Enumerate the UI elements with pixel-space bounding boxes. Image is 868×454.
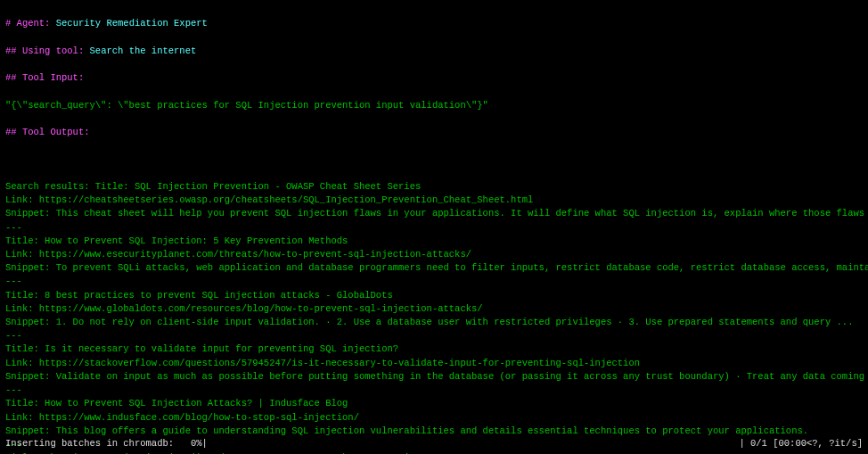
result-snippet: Snippet: This cheat sheet will help you … [5, 207, 863, 220]
result-title: Search results: Title: SQL Injection Pre… [5, 180, 863, 194]
agent-value: Security Remediation Expert [56, 18, 208, 29]
result-snippet: Snippet: To prevent SQLi attacks, web ap… [5, 261, 863, 275]
tool-input-value: "{\"search_query\": \"best practices for… [5, 99, 863, 112]
progress-left: Inserting batches in chromadb: 0%| [5, 437, 208, 450]
terminal-output: # Agent: Security Remediation Expert ## … [0, 0, 868, 454]
result-title: Title: How to Prevent SQL Injection: 5 K… [5, 235, 863, 248]
result-snippet: Snippet: 1. Do not rely on client-side i… [5, 316, 863, 329]
result-separator: --- [5, 384, 863, 397]
result-title: Title: How to Prevent SQL Injection Atta… [5, 397, 863, 410]
tool-output-line: ## Tool Output: [5, 126, 863, 139]
agent-line: # Agent: Security Remediation Expert [5, 17, 863, 30]
result-link: Link: https://www.globaldots.com/resourc… [5, 302, 863, 316]
tool-value: Search the internet [90, 45, 197, 56]
result-separator: --- [5, 221, 863, 235]
tool-line: ## Using tool: Search the internet [5, 45, 863, 58]
result-separator: --- [5, 275, 863, 288]
tool-label: ## Using tool: [5, 45, 84, 56]
progress-right: | 0/1 [00:00<?, ?it/s] [739, 437, 863, 450]
agent-label: # Agent: [5, 18, 50, 29]
result-link: Link: https://www.esecurityplanet.com/th… [5, 248, 863, 261]
result-title: Title: 8 best practices to prevent SQL i… [5, 289, 863, 302]
result-separator: --- [5, 329, 863, 343]
tool-input-label: ## Tool Input: [5, 72, 84, 83]
progress-status: Inserting batches in chromadb: 0%| | 0/1… [0, 435, 868, 454]
result-link: Link: https://www.indusface.com/blog/how… [5, 411, 863, 425]
result-link: Link: https://stackoverflow.com/question… [5, 357, 863, 370]
result-link: Link: https://cheatsheetseries.owasp.org… [5, 194, 863, 207]
search-results: Search results: Title: SQL Injection Pre… [5, 180, 863, 454]
tool-output-label: ## Tool Output: [5, 127, 90, 137]
tool-input-line: ## Tool Input: [5, 71, 863, 85]
result-title: Title: Is it necessary to validate input… [5, 343, 863, 356]
result-snippet: Snippet: Validate on input as much as po… [5, 370, 863, 384]
